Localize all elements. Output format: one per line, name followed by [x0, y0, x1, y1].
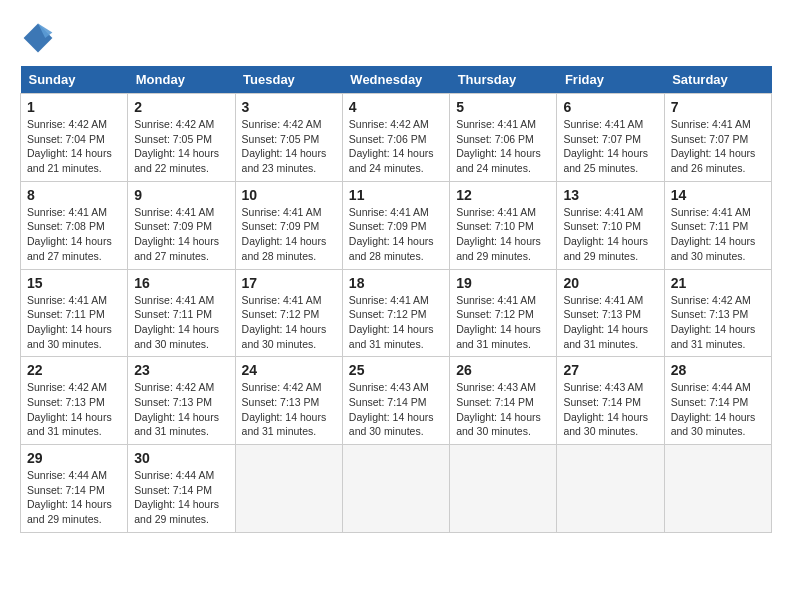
calendar-row: 29 Sunrise: 4:44 AMSunset: 7:14 PMDaylig…: [21, 445, 772, 533]
calendar-cell: 5 Sunrise: 4:41 AMSunset: 7:06 PMDayligh…: [450, 94, 557, 182]
day-number: 22: [27, 362, 121, 378]
day-number: 1: [27, 99, 121, 115]
calendar-cell: 9 Sunrise: 4:41 AMSunset: 7:09 PMDayligh…: [128, 181, 235, 269]
day-number: 5: [456, 99, 550, 115]
calendar-row: 1 Sunrise: 4:42 AMSunset: 7:04 PMDayligh…: [21, 94, 772, 182]
day-info: Sunrise: 4:41 AMSunset: 7:10 PMDaylight:…: [456, 206, 541, 262]
day-number: 19: [456, 275, 550, 291]
calendar-cell: [664, 445, 771, 533]
logo: [20, 20, 60, 56]
calendar-cell: 24 Sunrise: 4:42 AMSunset: 7:13 PMDaylig…: [235, 357, 342, 445]
day-number: 2: [134, 99, 228, 115]
day-number: 18: [349, 275, 443, 291]
day-number: 20: [563, 275, 657, 291]
page-header: [20, 20, 772, 56]
day-number: 15: [27, 275, 121, 291]
day-info: Sunrise: 4:41 AMSunset: 7:11 PMDaylight:…: [671, 206, 756, 262]
calendar-cell: [557, 445, 664, 533]
calendar-cell: 28 Sunrise: 4:44 AMSunset: 7:14 PMDaylig…: [664, 357, 771, 445]
calendar-row: 22 Sunrise: 4:42 AMSunset: 7:13 PMDaylig…: [21, 357, 772, 445]
day-number: 23: [134, 362, 228, 378]
weekday-header-sunday: Sunday: [21, 66, 128, 94]
calendar-row: 8 Sunrise: 4:41 AMSunset: 7:08 PMDayligh…: [21, 181, 772, 269]
day-info: Sunrise: 4:42 AMSunset: 7:13 PMDaylight:…: [242, 381, 327, 437]
day-info: Sunrise: 4:44 AMSunset: 7:14 PMDaylight:…: [134, 469, 219, 525]
calendar-cell: 25 Sunrise: 4:43 AMSunset: 7:14 PMDaylig…: [342, 357, 449, 445]
day-number: 30: [134, 450, 228, 466]
calendar-cell: 29 Sunrise: 4:44 AMSunset: 7:14 PMDaylig…: [21, 445, 128, 533]
day-number: 17: [242, 275, 336, 291]
calendar-cell: [450, 445, 557, 533]
calendar-cell: 13 Sunrise: 4:41 AMSunset: 7:10 PMDaylig…: [557, 181, 664, 269]
calendar-cell: 8 Sunrise: 4:41 AMSunset: 7:08 PMDayligh…: [21, 181, 128, 269]
calendar-cell: 15 Sunrise: 4:41 AMSunset: 7:11 PMDaylig…: [21, 269, 128, 357]
calendar-cell: 21 Sunrise: 4:42 AMSunset: 7:13 PMDaylig…: [664, 269, 771, 357]
day-info: Sunrise: 4:42 AMSunset: 7:13 PMDaylight:…: [134, 381, 219, 437]
day-info: Sunrise: 4:41 AMSunset: 7:10 PMDaylight:…: [563, 206, 648, 262]
day-number: 6: [563, 99, 657, 115]
day-info: Sunrise: 4:44 AMSunset: 7:14 PMDaylight:…: [27, 469, 112, 525]
calendar-cell: 1 Sunrise: 4:42 AMSunset: 7:04 PMDayligh…: [21, 94, 128, 182]
day-info: Sunrise: 4:41 AMSunset: 7:11 PMDaylight:…: [134, 294, 219, 350]
weekday-header-tuesday: Tuesday: [235, 66, 342, 94]
day-info: Sunrise: 4:41 AMSunset: 7:07 PMDaylight:…: [671, 118, 756, 174]
day-number: 29: [27, 450, 121, 466]
day-info: Sunrise: 4:41 AMSunset: 7:11 PMDaylight:…: [27, 294, 112, 350]
day-info: Sunrise: 4:41 AMSunset: 7:09 PMDaylight:…: [242, 206, 327, 262]
day-info: Sunrise: 4:43 AMSunset: 7:14 PMDaylight:…: [563, 381, 648, 437]
weekday-header-row: SundayMondayTuesdayWednesdayThursdayFrid…: [21, 66, 772, 94]
day-info: Sunrise: 4:41 AMSunset: 7:06 PMDaylight:…: [456, 118, 541, 174]
day-info: Sunrise: 4:42 AMSunset: 7:04 PMDaylight:…: [27, 118, 112, 174]
day-number: 8: [27, 187, 121, 203]
day-info: Sunrise: 4:41 AMSunset: 7:07 PMDaylight:…: [563, 118, 648, 174]
day-number: 14: [671, 187, 765, 203]
calendar-cell: 16 Sunrise: 4:41 AMSunset: 7:11 PMDaylig…: [128, 269, 235, 357]
day-info: Sunrise: 4:41 AMSunset: 7:12 PMDaylight:…: [242, 294, 327, 350]
day-number: 21: [671, 275, 765, 291]
day-number: 25: [349, 362, 443, 378]
calendar-cell: 30 Sunrise: 4:44 AMSunset: 7:14 PMDaylig…: [128, 445, 235, 533]
calendar-cell: 27 Sunrise: 4:43 AMSunset: 7:14 PMDaylig…: [557, 357, 664, 445]
calendar-cell: 22 Sunrise: 4:42 AMSunset: 7:13 PMDaylig…: [21, 357, 128, 445]
calendar-cell: 14 Sunrise: 4:41 AMSunset: 7:11 PMDaylig…: [664, 181, 771, 269]
day-info: Sunrise: 4:42 AMSunset: 7:05 PMDaylight:…: [242, 118, 327, 174]
day-number: 24: [242, 362, 336, 378]
calendar-cell: 2 Sunrise: 4:42 AMSunset: 7:05 PMDayligh…: [128, 94, 235, 182]
calendar-cell: 10 Sunrise: 4:41 AMSunset: 7:09 PMDaylig…: [235, 181, 342, 269]
day-number: 28: [671, 362, 765, 378]
logo-icon: [20, 20, 56, 56]
day-number: 12: [456, 187, 550, 203]
day-info: Sunrise: 4:44 AMSunset: 7:14 PMDaylight:…: [671, 381, 756, 437]
calendar-cell: 11 Sunrise: 4:41 AMSunset: 7:09 PMDaylig…: [342, 181, 449, 269]
day-info: Sunrise: 4:41 AMSunset: 7:09 PMDaylight:…: [349, 206, 434, 262]
calendar-cell: 17 Sunrise: 4:41 AMSunset: 7:12 PMDaylig…: [235, 269, 342, 357]
day-info: Sunrise: 4:42 AMSunset: 7:05 PMDaylight:…: [134, 118, 219, 174]
day-info: Sunrise: 4:41 AMSunset: 7:13 PMDaylight:…: [563, 294, 648, 350]
calendar-cell: 4 Sunrise: 4:42 AMSunset: 7:06 PMDayligh…: [342, 94, 449, 182]
calendar-cell: 20 Sunrise: 4:41 AMSunset: 7:13 PMDaylig…: [557, 269, 664, 357]
weekday-header-monday: Monday: [128, 66, 235, 94]
calendar-row: 15 Sunrise: 4:41 AMSunset: 7:11 PMDaylig…: [21, 269, 772, 357]
weekday-header-saturday: Saturday: [664, 66, 771, 94]
day-number: 26: [456, 362, 550, 378]
day-info: Sunrise: 4:41 AMSunset: 7:09 PMDaylight:…: [134, 206, 219, 262]
day-number: 3: [242, 99, 336, 115]
calendar-cell: [235, 445, 342, 533]
calendar-cell: 6 Sunrise: 4:41 AMSunset: 7:07 PMDayligh…: [557, 94, 664, 182]
day-number: 13: [563, 187, 657, 203]
calendar-cell: 3 Sunrise: 4:42 AMSunset: 7:05 PMDayligh…: [235, 94, 342, 182]
day-info: Sunrise: 4:42 AMSunset: 7:06 PMDaylight:…: [349, 118, 434, 174]
day-info: Sunrise: 4:42 AMSunset: 7:13 PMDaylight:…: [27, 381, 112, 437]
calendar-cell: 19 Sunrise: 4:41 AMSunset: 7:12 PMDaylig…: [450, 269, 557, 357]
day-number: 7: [671, 99, 765, 115]
day-info: Sunrise: 4:41 AMSunset: 7:12 PMDaylight:…: [456, 294, 541, 350]
day-number: 9: [134, 187, 228, 203]
day-info: Sunrise: 4:41 AMSunset: 7:12 PMDaylight:…: [349, 294, 434, 350]
calendar-cell: [342, 445, 449, 533]
day-info: Sunrise: 4:43 AMSunset: 7:14 PMDaylight:…: [349, 381, 434, 437]
day-number: 11: [349, 187, 443, 203]
day-info: Sunrise: 4:42 AMSunset: 7:13 PMDaylight:…: [671, 294, 756, 350]
day-number: 10: [242, 187, 336, 203]
day-number: 4: [349, 99, 443, 115]
weekday-header-friday: Friday: [557, 66, 664, 94]
